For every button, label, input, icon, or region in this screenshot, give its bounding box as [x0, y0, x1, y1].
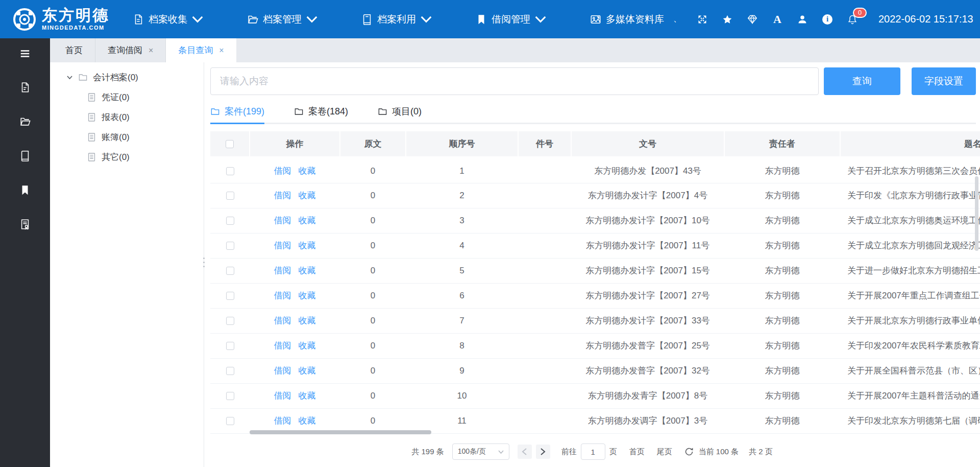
tab-query-borrow[interactable]: 查询借阅 × — [95, 38, 166, 62]
result-tab-volumes[interactable]: 案卷(184) — [294, 105, 348, 124]
font-size-icon[interactable]: A — [772, 14, 783, 25]
caret-down-icon[interactable] — [66, 74, 73, 81]
page-size-select[interactable]: 100条/页 — [452, 443, 509, 460]
rail-certificate-icon[interactable] — [14, 213, 36, 236]
favorite-link[interactable]: 收藏 — [299, 391, 316, 401]
favorite-link[interactable]: 收藏 — [299, 191, 316, 200]
document-icon — [133, 14, 144, 25]
result-tab-projects[interactable]: 项目(0) — [378, 105, 422, 124]
cell-responsible: 东方明德 — [724, 358, 840, 383]
favorite-link[interactable]: 收藏 — [299, 416, 316, 426]
cell-doc-no: 东方明德办发计字【2007】10号 — [571, 208, 724, 233]
borrow-link[interactable]: 借阅 — [274, 216, 291, 225]
row-checkbox[interactable] — [226, 417, 234, 425]
cell-original: 0 — [340, 208, 406, 233]
row-checkbox[interactable] — [226, 242, 234, 250]
borrow-link[interactable]: 借阅 — [274, 366, 291, 376]
borrow-link[interactable]: 借阅 — [274, 241, 291, 250]
tab-home[interactable]: 首页 — [53, 38, 95, 62]
menu-borrow-manage[interactable]: 借阅管理 — [476, 13, 546, 26]
result-tab-cases[interactable]: 案件(199) — [210, 105, 264, 124]
table-row: 借阅收藏06东方明德办发计字【2007】27号东方明德关于开展2007年重点工作… — [210, 283, 980, 308]
fullscreen-icon[interactable] — [697, 14, 708, 25]
borrow-link[interactable]: 借阅 — [274, 416, 291, 426]
borrow-link[interactable]: 借阅 — [274, 266, 291, 275]
tree-node-voucher[interactable]: 凭证(0) — [50, 87, 204, 107]
actions-cell: 借阅收藏 — [250, 383, 340, 408]
row-checkbox[interactable] — [226, 192, 234, 200]
menu-archive-manage[interactable]: 档案管理 — [247, 13, 317, 26]
table-row: 借阅收藏010东方明德办发青字【2007】8号东方明德关于开展2007年主题科普… — [210, 383, 980, 408]
tree-node-report[interactable]: 报表(0) — [50, 107, 204, 127]
favorite-link[interactable]: 收藏 — [299, 241, 316, 250]
favorite-link[interactable]: 收藏 — [299, 316, 316, 325]
favorite-link[interactable]: 收藏 — [299, 366, 316, 376]
favorite-link[interactable]: 收藏 — [299, 291, 316, 300]
borrow-link[interactable]: 借阅 — [274, 191, 291, 200]
document-icon — [87, 112, 96, 122]
cell-seq: 10 — [406, 383, 518, 408]
goto-label: 前往 — [561, 447, 577, 457]
next-page-button[interactable] — [536, 445, 550, 459]
row-checkbox[interactable] — [226, 317, 234, 325]
favorite-link[interactable]: 收藏 — [299, 216, 316, 225]
row-checkbox[interactable] — [226, 292, 234, 300]
result-tab-label: 项目(0) — [392, 105, 422, 118]
favorite-link[interactable]: 收藏 — [299, 166, 316, 176]
row-checkbox[interactable] — [226, 367, 234, 375]
gem-icon[interactable] — [747, 14, 758, 25]
select-all-checkbox[interactable] — [226, 140, 234, 148]
bell-icon[interactable]: 0 — [847, 14, 858, 25]
row-checkbox[interactable] — [226, 392, 234, 400]
borrow-link[interactable]: 借阅 — [274, 341, 291, 351]
cell-responsible: 东方明德 — [724, 183, 840, 208]
search-input[interactable] — [210, 67, 819, 95]
collapse-menu-icon[interactable] — [14, 42, 36, 65]
row-checkbox[interactable] — [226, 167, 234, 175]
row-checkbox[interactable] — [226, 217, 234, 225]
vertical-scrollbar[interactable] — [975, 176, 978, 251]
row-checkbox[interactable] — [226, 342, 234, 350]
first-page-link[interactable]: 首页 — [629, 447, 645, 457]
borrow-link[interactable]: 借阅 — [274, 291, 291, 300]
folder-icon — [78, 73, 88, 82]
menu-media-library[interactable]: 多媒体资料库 — [590, 13, 664, 26]
goto-page-input[interactable] — [581, 443, 605, 460]
tree-node-other[interactable]: 其它(0) — [50, 147, 204, 167]
star-icon[interactable] — [722, 14, 733, 25]
favorite-link[interactable]: 收藏 — [299, 266, 316, 275]
table-row: 借阅收藏07东方明德办发计字【2007】33号东方明德关于开展北京东方明德行政事… — [210, 308, 980, 333]
borrow-link[interactable]: 借阅 — [274, 166, 291, 176]
cell-item-no — [518, 158, 571, 183]
header-checkbox-cell — [210, 131, 250, 158]
book-icon — [361, 14, 373, 25]
rail-bookmark-icon[interactable] — [14, 179, 36, 201]
menu-archive-use[interactable]: 档案利用 — [361, 13, 432, 26]
tab-entry-query[interactable]: 条目查询 × — [166, 38, 236, 62]
query-button[interactable]: 查询 — [824, 67, 900, 95]
left-rail — [0, 38, 50, 467]
close-icon[interactable]: × — [149, 46, 153, 55]
row-checkbox[interactable] — [226, 267, 234, 275]
horizontal-scrollbar[interactable] — [250, 430, 431, 434]
actions-cell: 借阅收藏 — [250, 183, 340, 208]
field-settings-button[interactable]: 字段设置 — [912, 67, 976, 95]
cell-responsible: 东方明德 — [724, 308, 840, 333]
header-original: 原文 — [340, 131, 406, 158]
rail-folder-icon[interactable] — [14, 110, 36, 133]
tree-node-ledger[interactable]: 账簿(0) — [50, 127, 204, 147]
nav-menus: 档案收集 档案管理 档案利用 借阅管理 多媒体资料库 — [133, 13, 664, 26]
last-page-link[interactable]: 尾页 — [657, 447, 672, 457]
rail-book-icon[interactable] — [14, 145, 36, 167]
favorite-link[interactable]: 收藏 — [299, 341, 316, 351]
menu-archive-collect[interactable]: 档案收集 — [133, 13, 203, 26]
borrow-link[interactable]: 借阅 — [274, 316, 291, 325]
close-icon[interactable]: × — [219, 46, 224, 55]
tree-node-root[interactable]: 会计档案(0) — [50, 67, 204, 87]
user-icon[interactable] — [797, 14, 808, 25]
refresh-icon[interactable] — [684, 447, 694, 456]
borrow-link[interactable]: 借阅 — [274, 391, 291, 401]
prev-page-button[interactable] — [518, 445, 532, 459]
rail-pdf-file-icon[interactable] — [14, 76, 36, 99]
info-icon[interactable]: i — [822, 14, 833, 25]
